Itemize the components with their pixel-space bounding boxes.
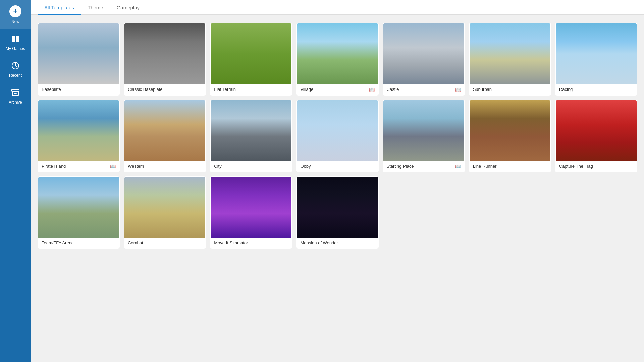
tab-all-templates[interactable]: All Templates bbox=[38, 0, 81, 14]
template-thumb-line-runner bbox=[470, 100, 550, 161]
template-card-obby[interactable]: Obby bbox=[296, 100, 378, 172]
svg-rect-3 bbox=[16, 39, 19, 42]
template-card-castle[interactable]: Castle📖 bbox=[383, 23, 465, 96]
template-name-line-runner: Line Runner bbox=[473, 164, 497, 169]
tab-gameplay[interactable]: Gameplay bbox=[110, 0, 146, 14]
tab-bar: All Templates Theme Gameplay bbox=[31, 0, 644, 15]
template-label-suburban: Suburban bbox=[470, 84, 550, 95]
template-card-suburban[interactable]: Suburban bbox=[469, 23, 551, 96]
template-thumb-flat-terrain bbox=[211, 23, 291, 84]
template-thumb-team-ffa-arena bbox=[38, 177, 119, 238]
my-games-icon bbox=[10, 34, 21, 44]
template-name-obby: Obby bbox=[300, 164, 311, 169]
template-label-combat: Combat bbox=[124, 238, 205, 248]
svg-rect-2 bbox=[12, 39, 15, 42]
template-grid-container: BaseplateClassic BaseplateFlat TerrainVi… bbox=[31, 15, 644, 362]
template-label-team-ffa-arena: Team/FFA Arena bbox=[38, 238, 119, 248]
template-thumb-racing bbox=[556, 23, 637, 84]
template-label-city: City bbox=[211, 161, 291, 171]
template-label-pirate-island: Pirate Island📖 bbox=[38, 161, 119, 172]
main-content: All Templates Theme Gameplay BaseplateCl… bbox=[31, 0, 644, 362]
template-label-baseplate: Baseplate bbox=[38, 84, 119, 95]
template-card-flat-terrain[interactable]: Flat Terrain bbox=[210, 23, 292, 96]
template-card-team-ffa-arena[interactable]: Team/FFA Arena bbox=[38, 176, 120, 249]
template-thumb-combat bbox=[124, 177, 205, 238]
archive-label: Archive bbox=[9, 100, 22, 105]
template-label-starting-place: Starting Place📖 bbox=[383, 161, 464, 172]
template-name-castle: Castle bbox=[387, 87, 399, 92]
new-icon: + bbox=[9, 5, 21, 17]
template-thumb-western bbox=[124, 100, 205, 161]
template-name-racing: Racing bbox=[559, 87, 573, 92]
template-name-capture-the-flag: Capture The Flag bbox=[559, 164, 593, 169]
template-thumb-city bbox=[211, 100, 291, 161]
template-card-capture-the-flag[interactable]: Capture The Flag bbox=[555, 100, 637, 172]
template-label-capture-the-flag: Capture The Flag bbox=[556, 161, 637, 171]
svg-rect-1 bbox=[16, 36, 19, 39]
template-name-baseplate: Baseplate bbox=[42, 87, 61, 92]
svg-rect-0 bbox=[12, 36, 15, 39]
archive-icon bbox=[10, 87, 21, 98]
template-card-combat[interactable]: Combat bbox=[124, 176, 206, 249]
template-label-move-it-simulator: Move It Simulator bbox=[211, 238, 291, 248]
template-card-line-runner[interactable]: Line Runner bbox=[469, 100, 551, 172]
template-card-western[interactable]: Western bbox=[124, 100, 206, 172]
template-name-pirate-island: Pirate Island bbox=[42, 164, 66, 169]
template-card-baseplate[interactable]: Baseplate bbox=[38, 23, 120, 96]
template-name-city: City bbox=[214, 164, 221, 169]
template-name-flat-terrain: Flat Terrain bbox=[214, 87, 236, 92]
sidebar-item-recent[interactable]: Recent bbox=[0, 56, 31, 82]
template-thumb-baseplate bbox=[38, 23, 119, 84]
template-thumb-suburban bbox=[470, 23, 550, 84]
template-thumb-classic-baseplate bbox=[124, 23, 205, 84]
template-label-line-runner: Line Runner bbox=[470, 161, 550, 171]
template-name-team-ffa-arena: Team/FFA Arena bbox=[42, 240, 74, 245]
template-thumb-pirate-island bbox=[38, 100, 119, 161]
template-thumb-castle bbox=[383, 23, 464, 84]
book-icon-castle: 📖 bbox=[455, 87, 461, 92]
template-name-classic-baseplate: Classic Baseplate bbox=[128, 87, 162, 92]
templates-grid-row2: Pirate Island📖WesternCityObbyStarting Pl… bbox=[38, 100, 637, 172]
template-thumb-village bbox=[297, 23, 378, 84]
template-thumb-mansion-of-wonder bbox=[297, 177, 378, 238]
recent-icon bbox=[10, 60, 21, 71]
templates-grid: BaseplateClassic BaseplateFlat TerrainVi… bbox=[38, 23, 637, 96]
sidebar-item-archive[interactable]: Archive bbox=[0, 82, 31, 109]
sidebar: + New My Games Recent bbox=[0, 0, 31, 362]
new-button[interactable]: + New bbox=[0, 0, 31, 29]
template-name-combat: Combat bbox=[128, 240, 143, 245]
template-label-racing: Racing bbox=[556, 84, 637, 95]
template-card-classic-baseplate[interactable]: Classic Baseplate bbox=[124, 23, 206, 96]
templates-grid-row3: Team/FFA ArenaCombatMove It SimulatorMan… bbox=[38, 176, 637, 249]
template-label-castle: Castle📖 bbox=[383, 84, 464, 95]
template-name-mansion-of-wonder: Mansion of Wonder bbox=[300, 240, 338, 245]
template-name-starting-place: Starting Place bbox=[387, 164, 414, 169]
book-icon-village: 📖 bbox=[369, 87, 375, 92]
template-name-western: Western bbox=[128, 164, 144, 169]
sidebar-item-my-games[interactable]: My Games bbox=[0, 29, 31, 56]
template-card-starting-place[interactable]: Starting Place📖 bbox=[383, 100, 465, 172]
template-label-flat-terrain: Flat Terrain bbox=[211, 84, 291, 95]
template-card-pirate-island[interactable]: Pirate Island📖 bbox=[38, 100, 120, 172]
my-games-label: My Games bbox=[6, 46, 25, 51]
template-thumb-starting-place bbox=[383, 100, 464, 161]
template-label-classic-baseplate: Classic Baseplate bbox=[124, 84, 205, 95]
template-card-move-it-simulator[interactable]: Move It Simulator bbox=[210, 176, 292, 249]
template-card-village[interactable]: Village📖 bbox=[296, 23, 378, 96]
tab-theme[interactable]: Theme bbox=[81, 0, 110, 14]
template-thumb-move-it-simulator bbox=[211, 177, 291, 238]
book-icon-pirate-island: 📖 bbox=[110, 164, 116, 169]
template-thumb-capture-the-flag bbox=[556, 100, 637, 161]
recent-label: Recent bbox=[9, 73, 22, 78]
template-label-village: Village📖 bbox=[297, 84, 378, 95]
template-label-mansion-of-wonder: Mansion of Wonder bbox=[297, 238, 378, 248]
template-name-village: Village bbox=[300, 87, 313, 92]
new-label: New bbox=[11, 19, 19, 24]
template-name-suburban: Suburban bbox=[473, 87, 492, 92]
template-card-racing[interactable]: Racing bbox=[555, 23, 637, 96]
template-card-city[interactable]: City bbox=[210, 100, 292, 172]
template-label-western: Western bbox=[124, 161, 205, 171]
template-thumb-obby bbox=[297, 100, 378, 161]
template-card-mansion-of-wonder[interactable]: Mansion of Wonder bbox=[296, 176, 378, 249]
template-label-obby: Obby bbox=[297, 161, 378, 171]
